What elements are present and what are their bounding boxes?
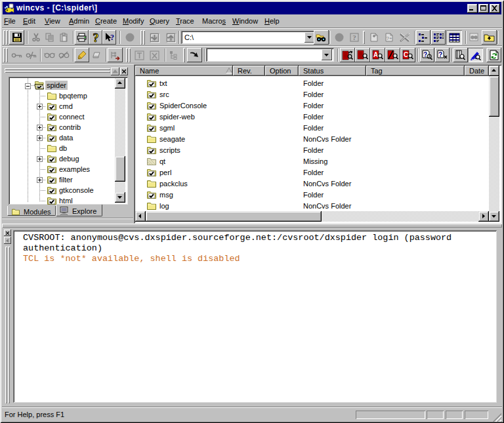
svg-text:?+: ?+	[386, 35, 392, 41]
svg-text:?: ?	[93, 32, 98, 43]
svg-text:?: ?	[423, 51, 427, 58]
svg-text:?: ?	[438, 51, 442, 58]
svg-text:A: A	[373, 51, 378, 58]
svg-text:?: ?	[352, 33, 356, 41]
svg-text:?: ?	[110, 33, 114, 42]
svg-text:C: C	[404, 51, 408, 58]
